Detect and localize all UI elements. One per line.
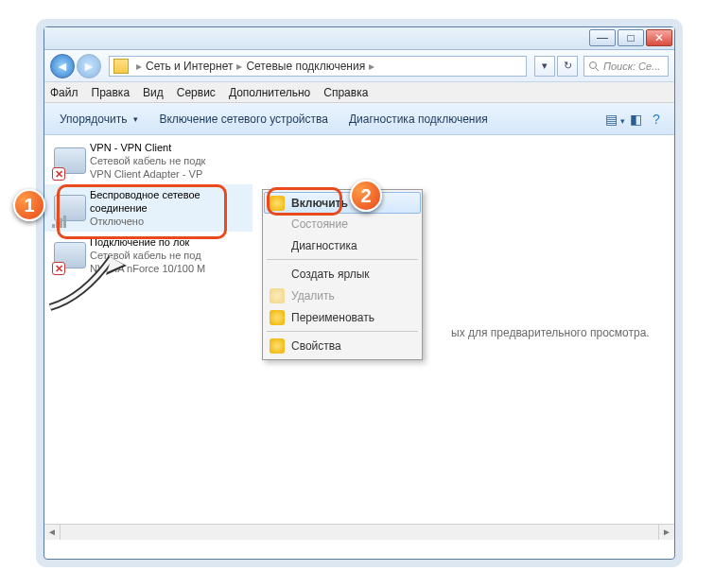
search-input[interactable]: Поиск: Се... xyxy=(583,56,669,77)
horizontal-scrollbar[interactable]: ◄ ► xyxy=(44,524,674,540)
back-button[interactable]: ◄ xyxy=(50,54,75,78)
organize-button[interactable]: Упорядочить xyxy=(52,109,146,130)
search-placeholder: Поиск: Се... xyxy=(603,61,660,72)
breadcrumb[interactable]: ▸ Сеть и Интернет ▸ Сетевые подключения … xyxy=(109,56,527,77)
command-bar: Упорядочить Включение сетевого устройств… xyxy=(44,103,674,135)
shield-icon xyxy=(270,196,285,211)
address-bar-row: ◄ ► ▸ Сеть и Интернет ▸ Сетевые подключе… xyxy=(44,50,674,82)
error-x-icon: ✕ xyxy=(52,167,65,181)
minimize-button[interactable]: — xyxy=(589,29,616,46)
close-button[interactable]: ✕ xyxy=(646,29,672,46)
item-title: Беспроводное сетевое соединение xyxy=(90,188,247,215)
callout-marker-2: 2 xyxy=(350,180,382,212)
breadcrumb-seg-2[interactable]: Сетевые подключения xyxy=(246,60,365,73)
context-menu: Включить Состояние Диагностика Создать я… xyxy=(262,189,423,360)
ctx-separator xyxy=(267,259,418,260)
item-status: Сетевой кабель не подк xyxy=(90,154,247,167)
enable-device-button[interactable]: Включение сетевого устройства xyxy=(151,109,336,130)
breadcrumb-sep: ▸ xyxy=(132,60,146,73)
ctx-separator xyxy=(267,331,418,332)
menu-help[interactable]: Справка xyxy=(323,86,368,99)
ctx-rename-label: Переименовать xyxy=(291,311,374,324)
ctx-enable[interactable]: Включить xyxy=(264,192,421,214)
menu-file[interactable]: Файл xyxy=(50,86,78,99)
preview-pane-text: ых для предварительного просмотра. xyxy=(451,326,650,339)
ctx-properties[interactable]: Свойства xyxy=(265,335,420,356)
ctx-enable-label: Включить xyxy=(291,197,348,210)
breadcrumb-sep: ▸ xyxy=(233,60,246,73)
search-icon xyxy=(588,61,600,72)
ctx-status: Состояние xyxy=(265,213,420,234)
window-controls: — □ ✕ xyxy=(587,29,672,46)
connection-item-wireless[interactable]: Беспроводное сетевое соединение Отключен… xyxy=(44,184,253,232)
ctx-rename[interactable]: Переименовать xyxy=(265,306,420,328)
view-mode-button[interactable]: ▤ xyxy=(604,112,625,127)
callout-arrow xyxy=(45,251,131,317)
item-title: Подключение по лок xyxy=(90,235,247,249)
ctx-create-shortcut[interactable]: Создать ярлык xyxy=(265,263,420,285)
forward-button[interactable]: ► xyxy=(77,54,101,78)
ctx-delete: Удалить xyxy=(265,285,420,306)
menu-tools[interactable]: Сервис xyxy=(177,86,216,99)
wifi-signal-icon xyxy=(52,216,66,228)
history-dropdown[interactable]: ▾ xyxy=(534,56,555,77)
callout-marker-1: 1 xyxy=(13,189,45,221)
shield-icon xyxy=(270,310,285,325)
explorer-window: — □ ✕ ◄ ► ▸ Сеть и Интернет ▸ Сетевые по… xyxy=(44,26,675,560)
svg-point-0 xyxy=(590,61,597,68)
scroll-right-arrow[interactable]: ► xyxy=(658,525,674,540)
shield-icon xyxy=(270,338,285,354)
menu-edit[interactable]: Правка xyxy=(92,86,131,99)
scroll-left-arrow[interactable]: ◄ xyxy=(44,525,61,540)
svg-line-1 xyxy=(596,68,599,71)
menu-view[interactable]: Вид xyxy=(143,86,164,99)
maximize-button[interactable]: □ xyxy=(618,29,644,46)
location-icon xyxy=(113,59,129,74)
item-title: VPN - VPN Client xyxy=(90,141,247,154)
titlebar: — □ ✕ xyxy=(44,27,674,50)
ctx-diagnostics[interactable]: Диагностика xyxy=(265,234,420,256)
breadcrumb-sep: ▸ xyxy=(365,60,378,73)
help-button[interactable]: ? xyxy=(646,112,667,127)
item-device: VPN Client Adapter - VP xyxy=(90,167,247,181)
item-status: Отключено xyxy=(90,215,247,228)
refresh-button[interactable]: ↻ xyxy=(557,56,578,77)
breadcrumb-seg-1[interactable]: Сеть и Интернет xyxy=(146,60,233,73)
ctx-properties-label: Свойства xyxy=(291,339,341,353)
preview-pane-button[interactable]: ◧ xyxy=(625,112,646,127)
shield-icon xyxy=(270,288,285,303)
ctx-delete-label: Удалить xyxy=(291,289,335,303)
diagnose-button[interactable]: Диагностика подключения xyxy=(341,109,496,130)
connection-item-vpn[interactable]: ✕ VPN - VPN Client Сетевой кабель не под… xyxy=(44,137,253,184)
menu-bar: Файл Правка Вид Сервис Дополнительно Спр… xyxy=(44,82,674,103)
menu-extra[interactable]: Дополнительно xyxy=(229,86,310,99)
